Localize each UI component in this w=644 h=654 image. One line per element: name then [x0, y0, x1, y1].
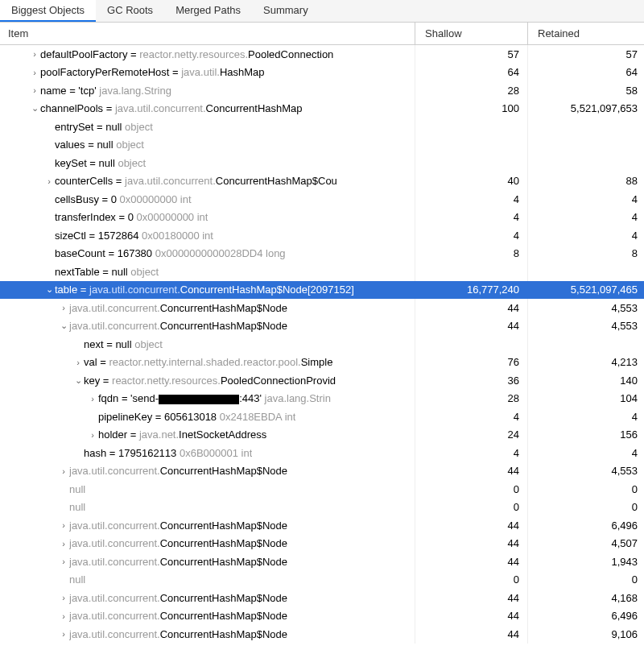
chevron-right-icon[interactable]: › [58, 629, 69, 639]
row-label: sizeCtl = 1572864 0x00180000 int [55, 230, 213, 242]
shallow-value: 44 [415, 516, 528, 535]
shallow-value: 4 [415, 209, 528, 227]
row-label: poolFactoryPerRemoteHost = java.util.Has… [40, 66, 265, 78]
table-row[interactable]: ›java.util.concurrent.ConcurrentHashMap$… [0, 607, 644, 626]
table-row[interactable]: ›next = null object [0, 335, 644, 354]
tab-gc-roots[interactable]: GC Roots [96, 0, 164, 22]
row-label: channelPools = java.util.concurrent.Conc… [40, 102, 303, 114]
table-row[interactable]: ›val = reactor.netty.internal.shaded.rea… [0, 354, 644, 372]
row-label: java.util.concurrent.ConcurrentHashMap$N… [69, 302, 287, 314]
chevron-right-icon[interactable]: › [58, 593, 69, 602]
table-row[interactable]: ›sizeCtl = 1572864 0x00180000 int44 [0, 226, 644, 245]
chevron-right-icon[interactable]: › [29, 68, 40, 77]
shallow-value: 4 [415, 444, 528, 462]
chevron-down-icon[interactable]: ⌄ [43, 284, 55, 295]
table-row[interactable]: ›pipelineKey = 605613018 0x2418EBDA int4… [0, 408, 644, 426]
shallow-value: 28 [415, 81, 528, 100]
row-label: pipelineKey = 605613018 0x2418EBDA int [98, 411, 295, 423]
retained-value: 1,943 [528, 553, 644, 571]
row-label: defaultPoolFactory = reactor.netty.resou… [40, 48, 333, 60]
retained-value [528, 118, 644, 136]
chevron-down-icon[interactable]: ⌄ [58, 321, 69, 331]
table-row[interactable]: ›counterCells = java.util.concurrent.Con… [0, 172, 644, 191]
row-label: null [69, 501, 85, 513]
retained-value: 88 [528, 172, 644, 191]
shallow-value: 4 [415, 408, 528, 426]
row-label: cellsBusy = 0 0x00000000 int [55, 193, 192, 205]
table-row[interactable]: ›null00 [0, 571, 644, 590]
row-label: entrySet = null object [55, 121, 153, 133]
chevron-right-icon[interactable]: › [87, 394, 98, 404]
chevron-down-icon[interactable]: ⌄ [29, 103, 40, 114]
table-row[interactable]: ›cellsBusy = 0 0x00000000 int44 [0, 190, 644, 209]
shallow-value: 44 [415, 462, 528, 481]
chevron-right-icon[interactable]: › [58, 303, 69, 313]
table-row[interactable]: ›java.util.concurrent.ConcurrentHashMap$… [0, 589, 644, 607]
row-label: nextTable = null object [55, 266, 159, 278]
table-row[interactable]: ›null00 [0, 499, 644, 517]
table-row[interactable]: ›java.util.concurrent.ConcurrentHashMap$… [0, 299, 644, 317]
tab-merged-paths[interactable]: Merged Paths [164, 0, 252, 22]
retained-value: 57 [528, 45, 644, 64]
chevron-right-icon[interactable]: › [58, 520, 69, 530]
shallow-value: 0 [415, 480, 528, 499]
table-row[interactable]: ⌄key = reactor.netty.resources.PooledCon… [0, 371, 644, 390]
shallow-value: 8 [415, 245, 528, 263]
retained-value: 4,553 [528, 299, 644, 317]
retained-value: 58 [528, 81, 644, 100]
table-row[interactable]: ›java.util.concurrent.ConcurrentHashMap$… [0, 462, 644, 481]
shallow-value: 44 [415, 607, 528, 626]
table-row[interactable]: ›java.util.concurrent.ConcurrentHashMap$… [0, 535, 644, 553]
header-shallow[interactable]: Shallow [415, 23, 528, 44]
table-row[interactable]: ›baseCount = 167380 0x0000000000028DD4 l… [0, 245, 644, 263]
chevron-right-icon[interactable]: › [29, 49, 40, 59]
chevron-right-icon[interactable]: › [29, 85, 40, 95]
tab-summary[interactable]: Summary [252, 0, 320, 22]
table-row[interactable]: ›holder = java.net.InetSocketAddress2415… [0, 426, 644, 445]
chevron-right-icon[interactable]: › [87, 430, 98, 440]
table-row[interactable]: ›java.util.concurrent.ConcurrentHashMap$… [0, 553, 644, 571]
table-row[interactable]: ›name = 'tcp' java.lang.String2858 [0, 81, 644, 100]
retained-value: 0 [528, 571, 644, 590]
table-row[interactable]: ⌄java.util.concurrent.ConcurrentHashMap$… [0, 317, 644, 336]
table-row[interactable]: ›java.util.concurrent.ConcurrentHashMap$… [0, 516, 644, 535]
chevron-right-icon[interactable]: › [58, 466, 69, 476]
table-row[interactable]: ›hash = 1795162113 0x6B000001 int44 [0, 444, 644, 462]
retained-value: 6,496 [528, 607, 644, 626]
shallow-value: 44 [415, 553, 528, 571]
table-row[interactable]: ›defaultPoolFactory = reactor.netty.reso… [0, 45, 644, 64]
shallow-value: 16,777,240 [415, 281, 528, 300]
table-row[interactable]: ›null00 [0, 480, 644, 499]
table-row[interactable]: ›entrySet = null object [0, 118, 644, 136]
chevron-right-icon[interactable]: › [72, 358, 84, 367]
table-row[interactable]: ›transferIndex = 0 0x00000000 int44 [0, 209, 644, 227]
retained-value: 4 [528, 444, 644, 462]
retained-value [528, 263, 644, 281]
shallow-value: 0 [415, 499, 528, 517]
retained-value: 4,213 [528, 354, 644, 372]
chevron-right-icon[interactable]: › [58, 611, 69, 621]
chevron-right-icon[interactable]: › [58, 539, 69, 548]
chevron-down-icon[interactable]: ⌄ [72, 375, 84, 386]
tab-biggest-objects[interactable]: Biggest Objects [0, 0, 96, 22]
row-label: table = java.util.concurrent.ConcurrentH… [55, 284, 354, 296]
table-row[interactable]: ›nextTable = null object [0, 263, 644, 281]
table-row[interactable]: ⌄channelPools = java.util.concurrent.Con… [0, 100, 644, 118]
table-row[interactable]: ›java.util.concurrent.ConcurrentHashMap$… [0, 625, 644, 644]
header-retained[interactable]: Retained [528, 23, 644, 44]
retained-value: 104 [528, 390, 644, 408]
table-row[interactable]: ›values = null object [0, 136, 644, 155]
row-label: java.util.concurrent.ConcurrentHashMap$N… [69, 556, 287, 568]
table-row[interactable]: ›keySet = null object [0, 154, 644, 172]
table-row[interactable]: ›fqdn = 'send-:443' java.lang.Strin28104 [0, 390, 644, 408]
chevron-right-icon[interactable]: › [43, 176, 55, 186]
table-row[interactable]: ›poolFactoryPerRemoteHost = java.util.Ha… [0, 64, 644, 82]
shallow-value [415, 118, 528, 136]
table-row[interactable]: ⌄table = java.util.concurrent.Concurrent… [0, 281, 644, 300]
shallow-value: 4 [415, 190, 528, 209]
chevron-right-icon[interactable]: › [58, 557, 69, 566]
retained-value: 4 [528, 226, 644, 245]
header-item[interactable]: Item [0, 23, 415, 44]
retained-value: 4,553 [528, 462, 644, 481]
retained-value: 0 [528, 480, 644, 499]
